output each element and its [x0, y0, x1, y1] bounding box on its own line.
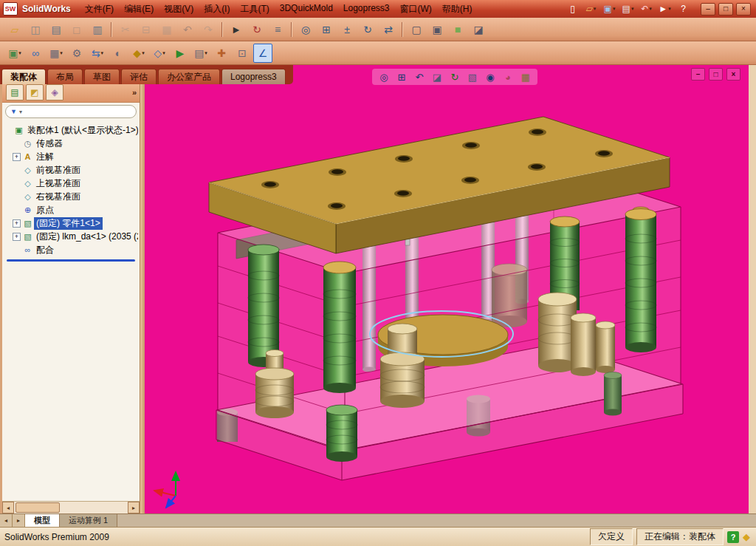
panel-horizontal-scrollbar[interactable]: ◂ ▸ [2, 501, 140, 513]
help-icon[interactable]: ? [675, 1, 692, 17]
filter-bar[interactable]: ▼ ▾ [5, 105, 137, 118]
menu-window[interactable]: 窗口(W) [395, 1, 437, 17]
section-view-icon[interactable]: ◪ [429, 69, 445, 85]
zoom-to-area-icon[interactable]: ⊞ [317, 20, 336, 39]
tab-scroll-left-icon[interactable]: ◂ [0, 514, 13, 527]
tab-evaluate[interactable]: 评估 [121, 69, 157, 84]
tree-item-top-plane[interactable]: 上视基准面 [13, 177, 138, 190]
zoom-to-fit-icon[interactable]: ◎ [296, 20, 315, 39]
assembly-model-canvas[interactable] [145, 65, 749, 513]
linear-component-pattern-icon[interactable]: ▦▾ [47, 44, 66, 63]
tree-item-front-plane[interactable]: 前视基准面 [13, 163, 138, 177]
undo-icon[interactable]: ↶ [178, 20, 197, 39]
move-component-icon[interactable]: ⇆▾ [88, 44, 107, 63]
new-motion-study-icon[interactable]: ▶ [171, 44, 190, 63]
edit-appearance-icon[interactable]: ◕ [500, 69, 516, 85]
doc-minimize-icon[interactable]: – [691, 68, 705, 81]
tree-item-sensors[interactable]: 传感器 [13, 137, 138, 150]
bill-of-materials-icon[interactable]: ▤▾ [191, 44, 210, 63]
pan-icon[interactable]: ⇄ [379, 20, 398, 39]
view-orientation-icon[interactable]: ↻ [447, 69, 463, 85]
menu-insert[interactable]: 插入(I) [199, 1, 235, 17]
cut-icon[interactable]: ✂ [116, 20, 135, 39]
print-icon[interactable]: ▤▾ [619, 1, 636, 17]
featuremanager-tab-icon[interactable]: ▤ [6, 84, 24, 100]
new-document-icon[interactable]: ▯ [564, 1, 581, 17]
tree-item-mates[interactable]: 配合 [13, 243, 138, 256]
expander-icon[interactable]: + [13, 219, 21, 228]
hide-show-items-icon[interactable]: ◉ [482, 69, 498, 85]
propertymanager-tab-icon[interactable]: ◩ [26, 84, 44, 100]
reference-geometry-icon[interactable]: ◇▾ [150, 44, 169, 63]
paste-icon[interactable]: ▦ [157, 20, 176, 39]
tab-motion-study[interactable]: 运动算例 1 [60, 514, 117, 527]
quick-tips-icon[interactable]: ◆ [743, 531, 750, 542]
section-view-icon[interactable]: ◪ [469, 20, 488, 39]
publish-edrawings-icon[interactable]: ◫ [26, 20, 45, 39]
show-hidden-components-icon[interactable]: ◐ [109, 44, 128, 63]
rollback-bar[interactable] [7, 259, 135, 262]
save-icon[interactable]: ▣▾ [601, 1, 618, 17]
tab-layout[interactable]: 布局 [47, 69, 83, 84]
tree-item-lkm-da[interactable]: + (固定) lkm_da<1> (2035 (2 [13, 230, 138, 243]
app-close-icon[interactable]: × [736, 3, 751, 16]
menu-edit[interactable]: 编辑(E) [119, 1, 159, 17]
model-round-insert[interactable] [378, 315, 508, 366]
previous-view-icon[interactable]: ↶ [411, 69, 427, 85]
measure-icon[interactable]: ∠ [253, 44, 272, 63]
app-restore-icon[interactable]: □ [718, 3, 733, 16]
redo-icon[interactable]: ↷ [199, 20, 218, 39]
apply-scene-icon[interactable]: ▦ [518, 69, 534, 85]
scroll-right-icon[interactable]: ▸ [128, 502, 140, 513]
model-pillar-left-front[interactable] [323, 262, 356, 393]
zoom-in-out-icon[interactable]: ± [337, 20, 357, 39]
zoom-to-area-icon[interactable]: ⊞ [394, 69, 410, 85]
tree-item-origin[interactable]: 原点 [13, 203, 138, 216]
wireframe-display-icon[interactable]: ▢ [407, 20, 426, 39]
model-center-support[interactable] [380, 324, 425, 408]
mate-icon[interactable]: ∞ [26, 44, 45, 63]
copy-icon[interactable]: ⊟ [137, 20, 156, 39]
rebuild-icon[interactable]: ↻ [247, 20, 267, 39]
page-setup-icon[interactable]: ▥ [88, 20, 107, 39]
scrollbar-thumb[interactable] [16, 502, 60, 513]
expander-icon[interactable]: + [13, 153, 21, 161]
tree-item-part1[interactable]: + (固定) 零件1<1> [13, 216, 138, 230]
hidden-lines-visible-icon[interactable]: ▣ [427, 20, 447, 39]
tab-office-products[interactable]: 办公室产品 [158, 69, 220, 84]
model-selected-sketch-ellipse[interactable] [370, 311, 513, 357]
print-preview-icon[interactable]: ◻ [67, 20, 86, 39]
exploded-view-icon[interactable]: ✚ [212, 44, 231, 63]
panel-overflow-chevron[interactable]: » [132, 88, 137, 97]
open-document-icon[interactable]: ▱ [5, 20, 24, 39]
display-style-icon[interactable]: ▧ [464, 69, 481, 85]
tree-item-right-plane[interactable]: 右视基准面 [13, 190, 138, 203]
model-pillar-right[interactable] [625, 207, 656, 352]
menu-view[interactable]: 视图(V) [159, 1, 199, 17]
print-icon[interactable]: ▤ [47, 20, 66, 39]
configurationmanager-tab-icon[interactable]: ◈ [46, 84, 63, 100]
scrollbar-track[interactable] [14, 502, 128, 513]
zoom-to-fit-icon[interactable]: ◎ [376, 69, 392, 85]
tab-sketch[interactable]: 草图 [84, 69, 120, 84]
menu-tools[interactable]: 工具(T) [235, 1, 274, 17]
open-icon[interactable]: ▱▾ [583, 1, 599, 17]
doc-close-icon[interactable]: × [726, 68, 740, 81]
insert-components-icon[interactable]: ▣▾ [5, 44, 24, 63]
undo-icon[interactable]: ↶▾ [638, 1, 655, 17]
model-top-plate[interactable] [209, 117, 670, 253]
doc-restore-icon[interactable]: □ [709, 68, 723, 81]
tree-item-assembly-root[interactable]: 装配体1 (默认<显示状态-1>) [4, 123, 138, 137]
graphics-viewport[interactable]: ◎⊞↶◪↻▧◉◕▦ –□× [145, 65, 749, 513]
select-icon[interactable]: ► [227, 20, 246, 39]
interference-detection-icon[interactable]: ⊡ [233, 44, 252, 63]
model-leg-front[interactable] [326, 405, 357, 462]
menu-3dquickmold[interactable]: 3DQuickMold [275, 1, 338, 17]
assembly-features-icon[interactable]: ◆▾ [129, 44, 148, 63]
shaded-display-icon[interactable]: ■ [448, 20, 467, 39]
app-minimize-icon[interactable]: – [701, 3, 715, 16]
menu-file[interactable]: 文件(F) [80, 1, 119, 17]
tab-model[interactable]: 模型 [25, 514, 60, 527]
tab-assembly[interactable]: 装配体 [1, 69, 46, 84]
smart-fasteners-icon[interactable]: ⚙ [67, 44, 86, 63]
